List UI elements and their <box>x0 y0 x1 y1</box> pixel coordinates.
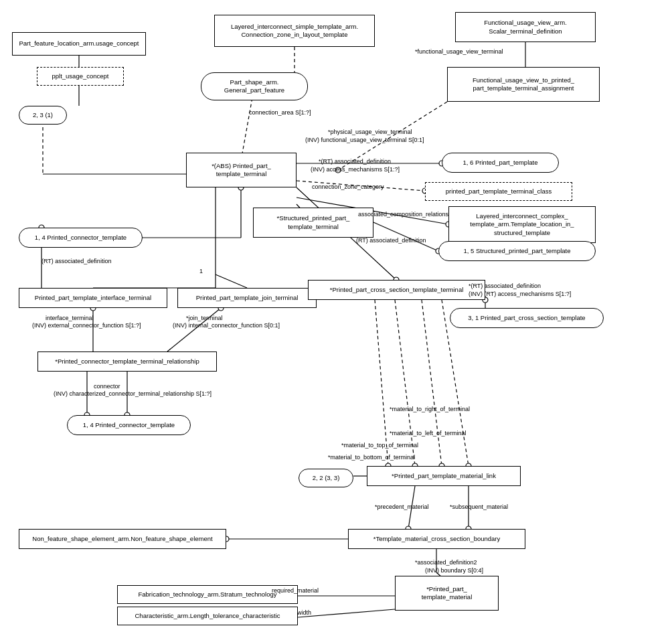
label-inv-internal-connector: (INV) internal_connector_function S[0:1] <box>173 322 280 329</box>
label-subsequent-material: *subsequent_material <box>450 503 508 510</box>
label-inv-boundary: (INV) boundary S[0:4] <box>425 567 483 574</box>
label-inv-characterized: (INV) characterized_connector_terminal_r… <box>54 390 212 397</box>
svg-line-41 <box>375 300 388 466</box>
svg-line-39 <box>395 300 415 466</box>
label-connection-zone-category: connection_zone_category <box>312 183 384 190</box>
1-6-printed-part-template-box: 1, 6 Printed_part_template <box>442 153 559 173</box>
label-material-top: *material_to_top_of_terminal <box>341 442 418 449</box>
non-feature-shape-element-box: Non_feature_shape_element_arm.Non_featur… <box>19 529 226 549</box>
svg-line-23 <box>216 274 247 288</box>
label-inv-external-connector: (INV) external_connector_function S[1:?] <box>32 322 141 329</box>
label-connection-area: connection_area S[1:?] <box>249 109 311 116</box>
label-inv-access-mechanisms: (INV) access_mechanisms S[1:?] <box>311 166 400 173</box>
label-required-material: required_material <box>272 587 319 594</box>
template-material-cross-section-boundary-box: *Template_material_cross_section_boundar… <box>348 529 525 549</box>
1-4-printed-connector-template-top-box: 1, 4 Printed_connector_template <box>19 228 143 248</box>
join-terminal-box: Printed_part_template_join_terminal <box>177 288 317 308</box>
part-feature-location-arm-box: Part_feature_location_arm.usage_concept <box>12 32 146 56</box>
label-width: width <box>297 609 311 616</box>
label-connector: connector <box>94 383 120 390</box>
label-rt-associated-definition-left: (RT) associated_definition <box>41 258 111 264</box>
interface-terminal-box: Printed_part_template_interface_terminal <box>19 288 167 308</box>
1-4-printed-connector-template-bottom-box: 1, 4 Printed_connector_template <box>67 415 191 435</box>
cross-section-template-terminal-box: *Printed_part_cross_section_template_ter… <box>308 280 485 300</box>
label-interface-terminal: interface_terminal <box>46 315 94 321</box>
printed-part-template-material-box: *Printed_part_template_material <box>395 576 499 611</box>
count-2-3-1-box: 2, 3 (1) <box>19 106 67 125</box>
count-2-2-3-3-box: 2, 2 (3, 3) <box>299 469 353 487</box>
pplt-usage-concept-box: pplt_usage_concept <box>37 67 124 86</box>
functional-usage-view-to-printed-box: Functional_usage_view_to_printed_part_te… <box>447 67 600 102</box>
label-inv-rt-access-mechanisms: (INV) (RT) access_mechanisms S[1:?] <box>469 291 571 297</box>
svg-line-53 <box>298 609 395 617</box>
uml-diagram: Part_feature_location_arm.usage_concept … <box>0 0 672 628</box>
label-rt-associated-definition-structured: (RT) associated_definition <box>356 237 426 244</box>
label-rt-associated-definition-cross: *(RT) associated_definition <box>469 283 541 289</box>
printed-part-template-terminal-class-box: printed_part_template_terminal_class <box>425 182 572 201</box>
1-5-structured-box: 1, 5 Structured_printed_part_template <box>438 241 596 261</box>
label-physical-usage-view-terminal: *physical_usage_view_terminal <box>328 129 412 135</box>
part-shape-arm-box: Part_shape_arm.General_part_feature <box>201 72 308 100</box>
abs-printed-part-template-terminal-box: *(ABS) Printed_part_template_terminal <box>186 153 297 187</box>
fabrication-technology-arm-box: Fabrication_technology_arm.Stratum_techn… <box>117 585 298 604</box>
layered-interconnect-complex-box: Layered_interconnect_complex_template_ar… <box>448 206 596 243</box>
label-1: 1 <box>199 268 203 274</box>
label-functional-usage-view-terminal: *functional_usage_view_terminal <box>415 48 503 55</box>
label-precedent-material: *precedent_material <box>375 503 429 510</box>
functional-usage-view-arm-box: Functional_usage_view_arm.Scalar_termina… <box>455 12 596 42</box>
label-material-right: *material_to_right_of_terminal <box>390 406 470 412</box>
characteristic-arm-box: Characteristic_arm.Length_tolerance_char… <box>117 607 298 625</box>
label-material-left: *material_to_left_of_terminal <box>390 430 467 437</box>
label-associated-definition2: *associated_definition2 <box>415 559 477 566</box>
printed-connector-template-terminal-relationship-box: *Printed_connector_template_terminal_rel… <box>37 351 217 372</box>
label-inv-functional-usage-view-terminal: (INV) functional_usage_view_terminal S[0… <box>305 137 424 143</box>
material-link-box: *Printed_part_template_material_link <box>367 466 521 486</box>
svg-line-37 <box>422 300 442 466</box>
layered-interconnect-simple-box: Layered_interconnect_simple_template_arm… <box>214 15 375 47</box>
label-material-bottom: *material_to_bottom_of_terminal <box>328 454 415 461</box>
structured-printed-part-template-terminal-box: *Structured_printed_part_template_termin… <box>253 208 373 238</box>
label-associated-composition-relations: associated_composition_relations <box>358 211 448 218</box>
3-1-cross-section-template-box: 3, 1 Printed_part_cross_section_template <box>450 308 604 328</box>
label-join-terminal: *join_terminal <box>186 315 223 321</box>
label-rt-associated-definition: *(RT) associated_definition <box>319 158 391 165</box>
